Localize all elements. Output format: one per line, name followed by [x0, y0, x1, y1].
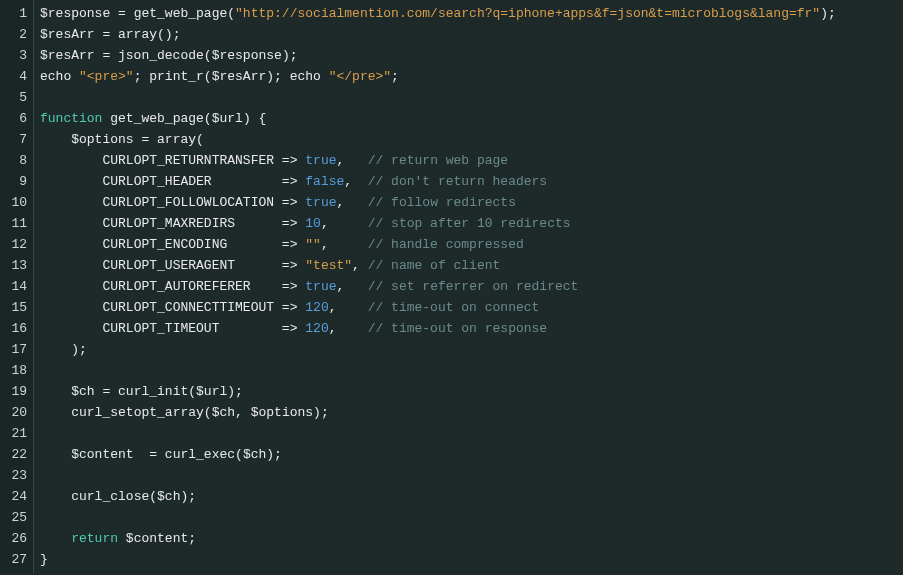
code-token: $response: [40, 6, 110, 21]
code-line[interactable]: [40, 87, 903, 108]
code-token: // time-out on response: [368, 321, 547, 336]
code-token: array: [157, 132, 196, 147]
code-token: =>: [274, 216, 305, 231]
code-line[interactable]: );: [40, 339, 903, 360]
code-token: "</pre>": [329, 69, 391, 84]
code-line[interactable]: CURLOPT_AUTOREFERER => true, // set refe…: [40, 276, 903, 297]
code-token: $resArr: [212, 69, 267, 84]
code-token: $url: [196, 384, 227, 399]
code-token: $options: [71, 132, 133, 147]
code-token: [40, 132, 71, 147]
code-line[interactable]: $ch = curl_init($url);: [40, 381, 903, 402]
code-line[interactable]: $response = get_web_page("http://socialm…: [40, 3, 903, 24]
code-line[interactable]: CURLOPT_ENCODING => "", // handle compre…: [40, 234, 903, 255]
code-token: [40, 216, 102, 231]
code-token: true: [305, 153, 336, 168]
code-line[interactable]: CURLOPT_TIMEOUT => 120, // time-out on r…: [40, 318, 903, 339]
code-token: ;: [188, 531, 196, 546]
code-token: );: [180, 489, 196, 504]
code-token: );: [313, 405, 329, 420]
code-token: (: [204, 405, 212, 420]
line-number: 14: [10, 276, 27, 297]
code-token: $ch: [243, 447, 266, 462]
code-token: =>: [274, 300, 305, 315]
code-token: echo: [40, 69, 79, 84]
code-token: $response: [212, 48, 282, 63]
code-line[interactable]: CURLOPT_USERAGENT => "test", // name of …: [40, 255, 903, 276]
code-token: echo: [290, 69, 329, 84]
code-token: "http://socialmention.com/search?q=iphon…: [235, 6, 820, 21]
code-token: ,: [235, 405, 251, 420]
code-token: // return web page: [368, 153, 508, 168]
code-token: ,: [337, 195, 368, 210]
line-number: 7: [10, 129, 27, 150]
code-line[interactable]: function get_web_page($url) {: [40, 108, 903, 129]
code-token: $ch: [71, 384, 94, 399]
code-token: [40, 174, 102, 189]
code-token: =>: [274, 258, 305, 273]
code-line[interactable]: curl_close($ch);: [40, 486, 903, 507]
code-token: ,: [352, 258, 368, 273]
code-token: $content: [126, 531, 188, 546]
code-line[interactable]: [40, 465, 903, 486]
code-token: =>: [274, 321, 305, 336]
code-token: CURLOPT_MAXREDIRS: [102, 216, 274, 231]
code-token: curl_setopt_array: [71, 405, 204, 420]
code-line[interactable]: return $content;: [40, 528, 903, 549]
line-number: 13: [10, 255, 27, 276]
code-token: print_r: [149, 69, 204, 84]
code-content[interactable]: $response = get_web_page("http://socialm…: [34, 0, 903, 573]
code-line[interactable]: [40, 360, 903, 381]
code-token: );: [227, 384, 243, 399]
code-line[interactable]: CURLOPT_MAXREDIRS => 10, // stop after 1…: [40, 213, 903, 234]
code-token: ;: [391, 69, 399, 84]
code-token: function: [40, 111, 102, 126]
code-token: [40, 489, 71, 504]
code-token: =>: [274, 237, 305, 252]
code-token: );: [820, 6, 836, 21]
code-line[interactable]: echo "<pre>"; print_r($resArr); echo "</…: [40, 66, 903, 87]
line-number: 1: [10, 3, 27, 24]
code-line[interactable]: CURLOPT_RETURNTRANSFER => true, // retur…: [40, 150, 903, 171]
code-token: $resArr: [40, 27, 95, 42]
line-number: 12: [10, 234, 27, 255]
code-line[interactable]: curl_setopt_array($ch, $options);: [40, 402, 903, 423]
code-token: $url: [212, 111, 243, 126]
code-line[interactable]: $resArr = array();: [40, 24, 903, 45]
code-line[interactable]: $options = array(: [40, 129, 903, 150]
code-editor: 1234567891011121314151617181920212223242…: [0, 0, 903, 573]
code-line[interactable]: CURLOPT_FOLLOWLOCATION => true, // follo…: [40, 192, 903, 213]
code-line[interactable]: }: [40, 549, 903, 570]
code-line[interactable]: [40, 423, 903, 444]
code-token: CURLOPT_RETURNTRANSFER: [102, 153, 274, 168]
code-token: 120: [305, 321, 328, 336]
code-token: $ch: [212, 405, 235, 420]
code-token: "<pre>": [79, 69, 134, 84]
line-number: 22: [10, 444, 27, 465]
code-token: );: [282, 48, 298, 63]
code-token: CURLOPT_TIMEOUT: [102, 321, 274, 336]
code-token: $resArr: [40, 48, 95, 63]
code-token: CURLOPT_FOLLOWLOCATION: [102, 195, 274, 210]
code-token: CURLOPT_ENCODING: [102, 237, 274, 252]
code-token: (: [204, 69, 212, 84]
code-token: true: [305, 195, 336, 210]
code-token: [118, 531, 126, 546]
code-token: curl_exec: [165, 447, 235, 462]
code-token: [40, 384, 71, 399]
code-token: // stop after 10 redirects: [368, 216, 571, 231]
code-line[interactable]: $content = curl_exec($ch);: [40, 444, 903, 465]
line-number: 11: [10, 213, 27, 234]
line-number: 9: [10, 171, 27, 192]
code-line[interactable]: [40, 507, 903, 528]
code-line[interactable]: CURLOPT_CONNECTTIMEOUT => 120, // time-o…: [40, 297, 903, 318]
code-line[interactable]: $resArr = json_decode($response);: [40, 45, 903, 66]
code-line[interactable]: CURLOPT_HEADER => false, // don't return…: [40, 171, 903, 192]
line-number: 23: [10, 465, 27, 486]
code-token: ,: [337, 153, 368, 168]
code-token: $ch: [157, 489, 180, 504]
code-token: =>: [274, 195, 305, 210]
code-token: "test": [305, 258, 352, 273]
code-token: ,: [321, 237, 368, 252]
code-token: );: [266, 447, 282, 462]
